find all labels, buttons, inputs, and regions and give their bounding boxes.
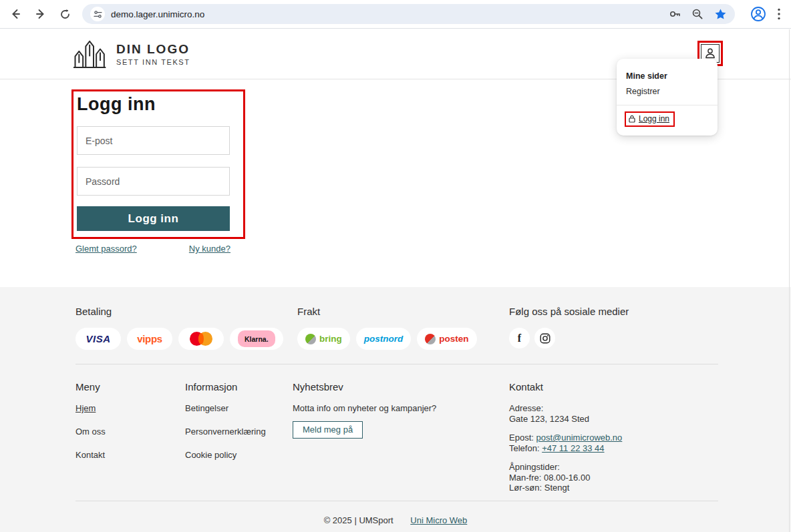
- klarna-logo: Klarna.: [238, 330, 275, 347]
- contact-hours-weekend: Lør-søn: Stengt: [509, 483, 622, 493]
- social-icons: f: [509, 328, 555, 348]
- browser-actions: [743, 5, 787, 23]
- browser-forward-icon[interactable]: [34, 7, 47, 21]
- buildings-logo-icon: [73, 39, 107, 69]
- contact-email-link[interactable]: post@unimicroweb.no: [536, 433, 622, 443]
- contact-phone-line: Telefon: +47 11 22 33 44: [509, 443, 622, 454]
- footer-menu-column: Meny Hjem Om oss Kontakt: [75, 381, 106, 473]
- menu-item-logg-inn-label: Logg inn: [639, 114, 669, 123]
- menu-item-registrer[interactable]: Registrer: [626, 87, 708, 96]
- newsletter-text: Motta info om nyheter og kampanjer?: [293, 403, 436, 413]
- vipps-logo: vipps: [137, 333, 162, 344]
- password-field[interactable]: [77, 167, 230, 196]
- footer-contact-column: Kontakt Adresse: Gate 123, 1234 Sted Epo…: [509, 381, 622, 493]
- zoom-out-icon[interactable]: [691, 7, 704, 21]
- payment-heading: Betaling: [75, 306, 112, 317]
- browser-profile-icon[interactable]: [750, 5, 767, 23]
- contact-email-line: Epost: post@unimicroweb.no: [509, 433, 622, 443]
- posten-logo-icon: [425, 334, 436, 344]
- footer-newsletter-column: Nyhetsbrev Motta info om nyheter og kamp…: [293, 381, 436, 439]
- copyright-bar: © 2025 | UMSport Uni Micro Web: [0, 515, 791, 525]
- menu-item-mine-sider[interactable]: Mine sider: [626, 71, 708, 81]
- newsletter-signup-button[interactable]: Meld meg på: [293, 421, 363, 439]
- site-settings-icon[interactable]: [90, 7, 105, 21]
- contact-hours-label: Åpningstider:: [509, 462, 622, 473]
- postnord-logo: postnord: [364, 334, 404, 344]
- footer-divider-top: [75, 364, 718, 364]
- url-bar[interactable]: demo.lager.unimicro.no: [82, 4, 735, 24]
- lock-icon: [629, 115, 635, 123]
- shipping-heading: Frakt: [297, 306, 320, 317]
- new-customer-link[interactable]: Ny kunde?: [189, 244, 230, 254]
- footer: Betaling Frakt Følg oss på sosiale medie…: [0, 287, 791, 532]
- contact-address-label: Adresse:: [509, 403, 622, 414]
- postnord-badge: postnord: [356, 328, 412, 350]
- shipping-badges: bring postnord posten: [297, 328, 477, 350]
- contact-address: Gate 123, 1234 Sted: [509, 414, 622, 425]
- account-menu-top: Mine sider Registrer: [617, 59, 718, 105]
- contact-hours-weekdays: Man-fre: 08.00-16.00: [509, 473, 622, 483]
- mastercard-badge: [178, 328, 224, 350]
- contact-heading: Kontakt: [509, 381, 622, 392]
- logo-subtitle: SETT INN TEKST: [116, 58, 190, 66]
- browser-toolbar: demo.lager.unimicro.no: [0, 0, 791, 29]
- instagram-icon[interactable]: [534, 328, 555, 348]
- menu-item-logg-inn[interactable]: Logg inn: [625, 111, 675, 127]
- browser-reload-icon[interactable]: [58, 7, 71, 21]
- login-title: Logg inn: [77, 94, 156, 115]
- payment-badges: VISA vipps Klarna.: [75, 328, 283, 350]
- facebook-icon[interactable]: f: [509, 328, 530, 348]
- forgot-password-link[interactable]: Glemt passord?: [75, 244, 137, 254]
- bring-badge: bring: [297, 328, 350, 350]
- bring-logo: bring: [319, 334, 342, 344]
- klarna-badge: Klarna.: [230, 328, 283, 350]
- footer-link-hjem[interactable]: Hjem: [75, 403, 96, 413]
- login-submit-button[interactable]: Logg inn: [77, 206, 230, 231]
- user-icon: [704, 47, 716, 59]
- footer-divider-bottom: [75, 501, 718, 501]
- visa-logo: VISA: [86, 333, 110, 344]
- bookmark-star-icon[interactable]: [714, 7, 727, 21]
- footer-link-cookie-policy[interactable]: Cookie policy: [185, 450, 266, 460]
- bring-logo-icon: [305, 334, 316, 344]
- footer-link-om-oss[interactable]: Om oss: [75, 427, 106, 437]
- login-links: Glemt passord? Ny kunde?: [75, 244, 230, 254]
- window-right-edge: [789, 29, 790, 532]
- footer-information-column: Informasjon Betingelser Personvernerklær…: [185, 381, 266, 473]
- page: demo.lager.unimicro.no: [0, 0, 791, 532]
- footer-link-betingelser[interactable]: Betingelser: [185, 403, 266, 413]
- footer-link-kontakt[interactable]: Kontakt: [75, 450, 106, 460]
- email-field[interactable]: [77, 126, 230, 155]
- visa-badge: VISA: [75, 328, 121, 350]
- logo-text: DIN LOGO SETT INN TEKST: [116, 42, 190, 66]
- social-heading: Følg oss på sosiale medier: [509, 306, 629, 317]
- browser-back-icon[interactable]: [9, 7, 22, 21]
- copyright-text: © 2025 | UMSport: [324, 515, 393, 525]
- contact-phone-link[interactable]: +47 11 22 33 44: [542, 443, 604, 453]
- menu-column-heading: Meny: [75, 381, 106, 392]
- footer-link-personvern[interactable]: Personvernerklæring: [185, 427, 266, 437]
- account-menu-bottom: Logg inn: [617, 105, 718, 136]
- posten-badge: posten: [417, 328, 476, 350]
- newsletter-heading: Nyhetsbrev: [293, 381, 436, 392]
- browser-menu-icon[interactable]: [774, 7, 784, 21]
- site-logo[interactable]: DIN LOGO SETT INN TEKST: [73, 39, 190, 69]
- url-text[interactable]: demo.lager.unimicro.no: [111, 9, 204, 19]
- password-manager-key-icon[interactable]: [668, 7, 681, 21]
- mastercard-logo-icon: [190, 332, 212, 346]
- account-menu-popover: Mine sider Registrer Logg inn: [617, 59, 718, 136]
- logo-title: DIN LOGO: [116, 42, 190, 57]
- information-column-heading: Informasjon: [185, 381, 266, 392]
- vipps-badge: vipps: [127, 328, 172, 350]
- posten-logo: posten: [439, 334, 468, 344]
- uni-micro-web-link[interactable]: Uni Micro Web: [410, 515, 467, 525]
